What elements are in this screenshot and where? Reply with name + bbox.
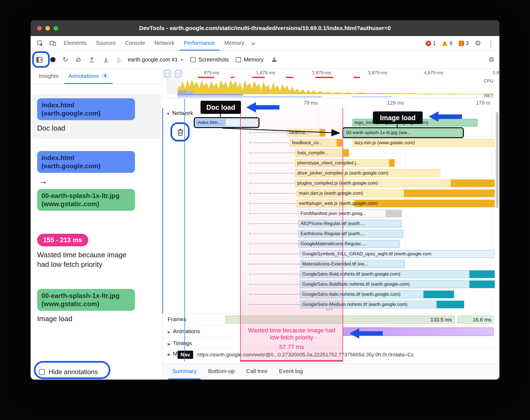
memory-checkbox-row[interactable]: Memory [236, 57, 263, 63]
timings-track[interactable]: Timings [162, 338, 499, 348]
bottom-tracks: Frames 133.5 ms 16.6 ms Animations Timin… [162, 313, 499, 363]
trash-icon [176, 127, 185, 137]
request-label: FontManifest.json (earth.goog... [301, 211, 366, 216]
network-request-bar[interactable]: All1PIcons-Regular.otf (earth.... [298, 220, 402, 227]
animations-track[interactable]: Animations [162, 326, 499, 338]
network-request-bar[interactable]: feedback_co... [290, 139, 342, 147]
frame-duration-bar[interactable]: 133.5 ms [225, 315, 455, 324]
error-icon: ✕ [426, 41, 431, 46]
detail-tab-event-log[interactable]: Event log [275, 363, 307, 380]
reload-and-record-icon[interactable]: ↻ [63, 56, 68, 64]
entry-chip[interactable]: index.html (earth.google.com) [37, 151, 135, 173]
hide-annotations-control[interactable]: Hide annotations [39, 368, 98, 376]
request-queue-whisker [249, 213, 298, 214]
sidebar-tabs: Insights Annotations 4 [31, 69, 162, 84]
overview-tick-label: 3,879 ms [331, 70, 387, 76]
network-request-bar[interactable]: drive_picker_compiled.js (earth.google.c… [295, 169, 440, 177]
network-request-bar[interactable]: GoogleSans-BoldItalic.nohints.ttf (earth… [300, 280, 494, 288]
network-request-bar[interactable]: phenotype_client_compiled.j... [295, 159, 395, 167]
tab-sources[interactable]: Sources [91, 36, 120, 51]
collect-garbage-icon[interactable] [271, 56, 278, 63]
more-tabs-icon[interactable]: » [249, 36, 258, 51]
network-request-bar[interactable]: GoogleSymbols_FILL_GRAD_opsz_wght.ttf (e… [300, 250, 494, 258]
overview-drag-handle-left[interactable] [164, 70, 170, 77]
ruler-tick-label: 179 m [449, 100, 490, 106]
detail-tab-summary[interactable]: Summary [168, 363, 201, 380]
frame-duration-bar[interactable]: 16.6 ms [457, 315, 494, 324]
request-queue-whisker [249, 264, 300, 264]
network-request-bar[interactable]: MaterialIcons-Extended.ttf (ea... [300, 260, 405, 268]
request-label: GoogleMaterialIcons-Regular.... [301, 241, 366, 246]
network-request-bar[interactable]: GoogleSans-Italic.nohints.ttf (earth.goo… [300, 291, 454, 298]
detail-tab-call-tree[interactable]: Call tree [242, 363, 271, 380]
hide-annotations-checkbox[interactable] [39, 369, 45, 375]
network-track-header[interactable]: Network [166, 110, 193, 116]
clear-recording-icon[interactable]: ⊘ [75, 56, 81, 64]
device-toolbar-icon[interactable] [46, 36, 59, 51]
network-request-bar[interactable]: 00-earth-splash-1x-ltr.jpg (ww... [344, 129, 462, 137]
network-scrollbar-thumb[interactable] [496, 112, 499, 208]
tab-elements[interactable]: Elements [59, 36, 91, 51]
screenshots-checkbox[interactable] [190, 57, 196, 62]
tab-network[interactable]: Network [150, 36, 179, 51]
collapse-triangle-icon[interactable] [166, 110, 170, 116]
settings-gear-icon[interactable]: ⚙ [475, 39, 481, 48]
request-label: hats_compile... [297, 150, 328, 155]
network-request-bar[interactable]: index.htm... [195, 119, 258, 126]
annotation-card-time-range[interactable]: 155 - 213 ms Wasted time because image h… [31, 234, 162, 269]
capture-settings-gear-icon[interactable]: ⚙ [488, 56, 494, 64]
annotation-card-link[interactable]: index.html (earth.google.com) 00-earth-s… [31, 151, 162, 211]
delete-annotation-button[interactable] [175, 126, 186, 138]
request-label: MaterialIcons-Extended.ttf (ea... [302, 261, 368, 267]
screenshots-checkbox-row[interactable]: Screenshots [190, 57, 229, 63]
network-track[interactable]: Network index.htm...logo_lockup.svg (ear… [162, 108, 499, 313]
issues-badge[interactable]: !3 [459, 40, 469, 46]
frames-track[interactable]: Frames 133.5 ms 16.6 ms [162, 314, 499, 326]
toggle-sidebar-icon[interactable] [36, 56, 43, 64]
overview-tick-label: 5,8 [443, 70, 499, 76]
request-label: 00-earth-splash-1x-ltr.jpg (ww... [346, 130, 411, 135]
warning-badge[interactable]: 8 [442, 40, 452, 46]
home-live-metrics-icon[interactable]: ⌂ [117, 56, 121, 64]
network-request-bar[interactable]: clearcut... [287, 129, 325, 137]
timeline-overview[interactable]: 879 ms1,879 ms2,879 ms3,879 ms4,879 ms5,… [162, 69, 499, 98]
network-request-bar[interactable]: lazy.min.js (www.gstatic.com) [352, 139, 494, 147]
overview-drag-handle-right[interactable] [175, 70, 181, 77]
doc-load-annotation-label[interactable]: Doc load [201, 101, 241, 114]
record-button[interactable] [50, 57, 55, 62]
kebab-menu-icon[interactable]: ⋮ [487, 39, 494, 48]
tab-memory[interactable]: Memory [220, 36, 249, 51]
target-selector-dropdown[interactable]: earth.google.com #1 ▼ [128, 57, 183, 63]
expand-triangle-icon[interactable] [168, 340, 170, 347]
tab-performance[interactable]: Performance [179, 36, 220, 51]
entry-chip[interactable]: index.html (earth.google.com) [37, 98, 135, 120]
network-request-bar[interactable]: GoogleSans-Medium.nohints.ttf (earth.goo… [300, 301, 464, 308]
expand-triangle-icon[interactable] [168, 351, 170, 357]
image-load-annotation-label[interactable]: Image load [373, 111, 423, 124]
network-request-bar[interactable]: hats_compile... [295, 149, 349, 157]
detail-tab-bottom-up[interactable]: Bottom-up [204, 363, 238, 380]
time-range-chip[interactable]: 155 - 213 ms [37, 234, 88, 246]
network-request-bar[interactable]: earthplugin_web.js (earth.google.com) [297, 200, 494, 207]
annotation-card-image-load[interactable]: 00-earth-splash-1x-ltr.jpg (www.gstatic.… [31, 289, 162, 323]
network-request-bar[interactable]: GoogleSans-Bold.nohints.ttf (earth.googl… [300, 270, 494, 278]
expand-triangle-icon[interactable] [168, 328, 170, 335]
error-badge[interactable]: ✕1 [426, 40, 436, 46]
inspect-element-icon[interactable] [34, 36, 46, 51]
annotation-card-doc-load[interactable]: index.html (earth.google.com) Doc load [32, 94, 161, 139]
upload-profile-icon[interactable] [88, 56, 95, 63]
download-profile-icon[interactable] [102, 56, 110, 63]
animation-bar[interactable] [343, 327, 494, 336]
tab-insights[interactable]: Insights [35, 69, 62, 84]
network-request-bar[interactable]: GoogleMaterialIcons-Regular.... [298, 240, 400, 248]
entry-chip[interactable]: 00-earth-splash-1x-ltr.jpg (www.gstatic.… [37, 189, 135, 211]
network-request-bar[interactable]: main.dart.js (earth.google.com) [297, 190, 494, 197]
entry-chip[interactable]: 00-earth-splash-1x-ltr.jpg (www.gstatic.… [37, 289, 135, 311]
main-thread-track[interactable]: Ma Nav https://earth.google.com/web/@0..… [162, 348, 499, 362]
tab-annotations[interactable]: Annotations 4 [64, 69, 113, 84]
network-request-bar[interactable]: EarthIcons-Regular.otf (earth.... [298, 230, 403, 238]
network-request-bar[interactable]: FontManifest.json (earth.goog... [298, 210, 402, 217]
memory-checkbox[interactable] [236, 57, 241, 62]
tab-console[interactable]: Console [120, 36, 150, 51]
network-request-bar[interactable]: plugins_compiled.js (earth.google.com) [295, 179, 494, 187]
